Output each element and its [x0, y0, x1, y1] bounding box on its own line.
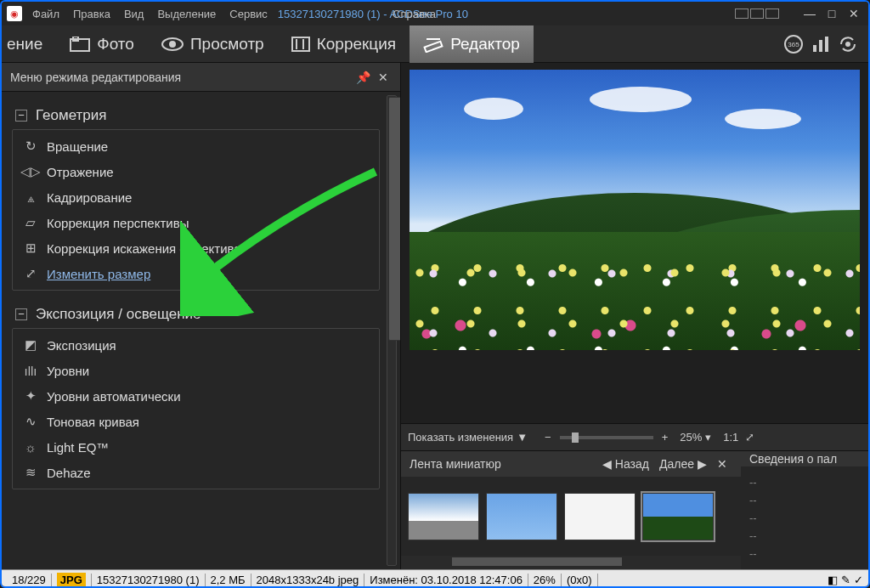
zoom-value: 25% — [680, 431, 702, 444]
filmstrip-scrollbar[interactable] — [401, 556, 741, 569]
show-changes-label[interactable]: Показать изменения — [408, 431, 513, 444]
status-bar: 18/229 JPG 15327130271980 (1) 2,2 МБ 204… — [2, 569, 868, 588]
thumbnails — [401, 477, 741, 556]
tool-crop[interactable]: ⟁Кадрирование — [13, 184, 379, 210]
mode-tabs: ение Фото Просмотр Коррекция Редактор 36… — [2, 25, 868, 63]
svg-point-3 — [169, 41, 176, 48]
viewer-area: Показать изменения ▼ − + 25% ▾ 1:1 ⤢ Лен… — [401, 63, 868, 569]
info-row: -- — [749, 545, 860, 563]
info-row: -- — [749, 509, 860, 527]
menu-edit[interactable]: Правка — [73, 8, 110, 20]
menu-view[interactable]: Вид — [124, 8, 144, 20]
image-canvas[interactable] — [410, 70, 860, 350]
thumbnail[interactable] — [408, 493, 479, 540]
levels-icon: ıllı — [21, 362, 40, 379]
menu-tools[interactable]: Сервис — [229, 8, 268, 20]
status-filesize: 2,2 МБ — [206, 574, 251, 586]
filmstrip-title: Лента миниатюр — [410, 457, 501, 471]
group-geometry: ↻Вращение ◁▷Отражение ⟁Кадрирование ▱Кор… — [12, 129, 380, 291]
maximize-button[interactable]: □ — [822, 6, 841, 21]
zoom-dropdown-icon[interactable]: ▾ — [702, 431, 715, 444]
svg-rect-4 — [292, 37, 309, 51]
365-icon[interactable]: 365 — [782, 32, 805, 56]
thumbnail[interactable] — [564, 493, 636, 540]
curve-icon: ∿ — [21, 413, 40, 430]
tool-exposure[interactable]: ◩Экспозиция — [13, 332, 379, 358]
close-button[interactable]: ✕ — [845, 6, 863, 21]
svg-rect-12 — [819, 40, 822, 52]
tool-curve[interactable]: ∿Тоновая кривая — [13, 409, 379, 434]
status-tool-icon[interactable]: ✓ — [854, 574, 863, 586]
window-title: 15327130271980 (1) - ACDSee Pro 10 — [278, 8, 468, 20]
thumbnail-selected[interactable] — [642, 493, 714, 540]
zoom-slider[interactable] — [560, 436, 653, 439]
info-title: Сведения о пал — [749, 452, 837, 466]
panel-header: Меню режима редактирования 📌 ✕ — [2, 63, 400, 92]
panel-scrollbar[interactable] — [387, 95, 397, 566]
autolevels-icon: ✦ — [21, 387, 40, 404]
layout-presets[interactable] — [734, 8, 780, 19]
mode-edit[interactable]: Редактор — [410, 25, 534, 63]
titlebar: ◉ Файл Правка Вид Выделение Сервис 15327… — [2, 2, 868, 25]
filmstrip-close-icon[interactable]: ✕ — [712, 457, 732, 471]
crop-icon: ⟁ — [21, 189, 40, 206]
tool-perspective[interactable]: ▱Коррекция перспективы — [13, 210, 379, 235]
tool-lighteq[interactable]: ☼Light EQ™ — [13, 434, 379, 460]
status-zoom: 26% — [528, 574, 562, 586]
tool-lens[interactable]: ⊞Коррекция искажения объектива — [13, 235, 379, 261]
group-geometry-header[interactable]: − Геометрия — [12, 100, 380, 129]
app-icon: ◉ — [7, 6, 22, 21]
mode-develop[interactable]: Коррекция — [278, 25, 410, 63]
menu-file[interactable]: Файл — [32, 8, 59, 20]
status-modified: Изменён: 03.10.2018 12:47:06 — [364, 574, 528, 586]
dashboard-icon[interactable] — [809, 32, 833, 56]
nav-forward-button[interactable]: Далее ▶ — [654, 457, 712, 471]
tool-autolevels[interactable]: ✦Уровни автоматически — [13, 383, 379, 409]
lens-icon: ⊞ — [21, 240, 40, 257]
viewer-toolbar: Показать изменения ▼ − + 25% ▾ 1:1 ⤢ — [401, 423, 868, 450]
info-row: -- — [749, 473, 860, 491]
status-tool-icon[interactable]: ◧ — [828, 574, 838, 586]
tool-levels[interactable]: ıllıУровни — [13, 358, 379, 383]
info-panel: Сведения о пал -- -- -- -- -- — [741, 451, 868, 569]
tool-dehaze[interactable]: ≋Dehaze — [13, 460, 379, 485]
fit-button[interactable]: ⤢ — [742, 431, 758, 444]
tool-flip[interactable]: ◁▷Отражение — [13, 159, 379, 184]
tool-rotate[interactable]: ↻Вращение — [13, 133, 379, 159]
nav-back-button[interactable]: ◀ Назад — [597, 457, 654, 471]
dehaze-icon: ≋ — [21, 464, 40, 481]
zoom-out-button[interactable]: − — [541, 431, 555, 444]
thumbnail[interactable] — [486, 493, 557, 540]
sync-icon[interactable] — [836, 32, 860, 56]
mode-photo[interactable]: Фото — [56, 25, 148, 63]
group-exposure-header[interactable]: − Экспозиция / освещение — [12, 299, 380, 328]
status-tool-icon[interactable]: ✎ — [841, 574, 850, 586]
info-row: -- — [749, 527, 860, 545]
collapse-icon[interactable]: − — [15, 308, 27, 320]
zoom-in-button[interactable]: + — [658, 431, 672, 444]
photo-icon — [70, 37, 90, 52]
filmstrip-panel: Лента миниатюр ◀ Назад Далее ▶ ✕ — [401, 451, 741, 569]
svg-point-14 — [845, 42, 850, 47]
menu-help[interactable]: Справка — [393, 8, 436, 20]
dropdown-icon[interactable]: ▼ — [513, 431, 531, 444]
status-format: JPG — [52, 574, 92, 586]
sliders-icon — [291, 37, 310, 52]
collapse-icon[interactable]: − — [15, 110, 27, 122]
group-exposure: ◩Экспозиция ıllıУровни ✦Уровни автоматич… — [12, 328, 380, 489]
panel-title: Меню режима редактирования — [10, 71, 181, 84]
actual-size-button[interactable]: 1:1 — [720, 431, 742, 444]
status-coords: (0x0) — [562, 574, 598, 586]
mode-view[interactable]: Просмотр — [148, 25, 278, 63]
minimize-button[interactable]: — — [800, 6, 819, 21]
panel-close-icon[interactable]: ✕ — [375, 69, 392, 86]
rotate-icon: ↻ — [21, 138, 40, 155]
tool-resize[interactable]: ⤢Изменить размер — [13, 261, 379, 286]
mode-manage[interactable]: ение — [2, 25, 56, 63]
resize-icon: ⤢ — [21, 265, 40, 282]
menu-select[interactable]: Выделение — [157, 8, 216, 20]
ruler-pencil-icon — [423, 36, 443, 53]
pin-icon[interactable]: 📌 — [354, 69, 371, 86]
svg-rect-11 — [813, 45, 816, 52]
eye-icon — [161, 37, 184, 52]
